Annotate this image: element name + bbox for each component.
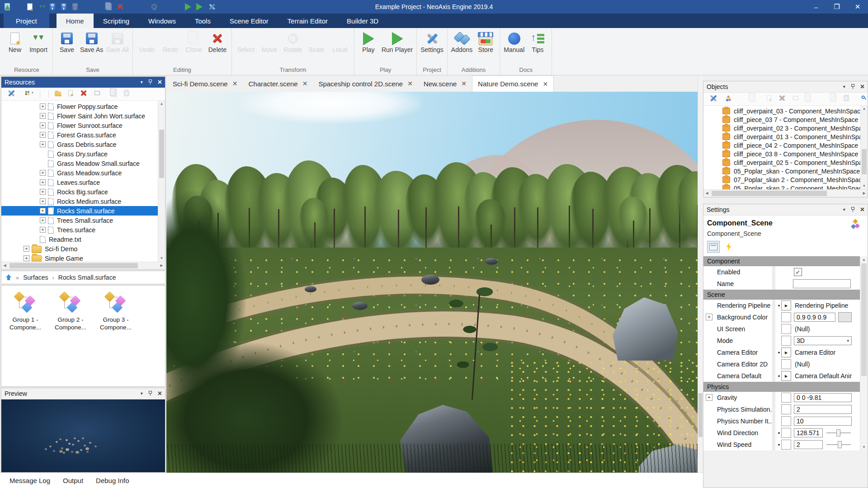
bottom-tab-message-log[interactable]: Message Log (4, 474, 56, 487)
scene-viewport[interactable] (166, 92, 698, 473)
tree-expander-icon[interactable]: + (40, 217, 46, 223)
tree-item[interactable]: +Grass Debris.surface (1, 140, 158, 149)
tree-expander-icon[interactable]: + (40, 189, 46, 195)
rename-button[interactable] (93, 90, 101, 98)
group-item-2[interactable]: Group 2 -Compone... (49, 291, 92, 332)
document-tab-spaceship-control-2d-scene[interactable]: Spaceship control 2D.scene✕ (313, 75, 418, 92)
tree-expander-icon[interactable]: + (40, 198, 46, 204)
breadcrumb-item-surfaces[interactable]: Surfaces (23, 274, 48, 281)
tree-expander-icon[interactable]: + (40, 132, 46, 138)
play-button[interactable] (184, 2, 193, 12)
expand-reference-button[interactable]: ▶ (781, 300, 791, 310)
addons-button[interactable]: Addons (450, 29, 474, 54)
tips-button[interactable]: Tips (526, 29, 549, 54)
pin-icon[interactable] (148, 80, 152, 85)
number-input[interactable] (794, 417, 852, 426)
scroll-down-icon[interactable]: ▼ (861, 183, 868, 189)
select-button[interactable] (127, 2, 136, 12)
scroll-left-icon[interactable]: ◀ (703, 190, 710, 197)
scroll-up-icon[interactable]: ▲ (158, 101, 165, 107)
scroll-right-icon[interactable]: ▶ (158, 262, 165, 269)
scrollbar-thumb[interactable] (698, 393, 703, 437)
document-tab-sci-fi-demo-scene[interactable]: Sci-fi Demo.scene✕ (167, 75, 243, 92)
app-logo-button[interactable] (3, 2, 12, 12)
pin-icon[interactable] (851, 84, 855, 89)
preview-panel-header[interactable]: Preview ▾ × (1, 388, 165, 399)
tree-expander-icon[interactable]: + (40, 170, 46, 176)
bottom-tab-debug-info[interactable]: Debug Info (90, 474, 135, 487)
tree-item[interactable]: +Grass Meadow Small.surface (1, 159, 158, 168)
search-button[interactable] (859, 93, 868, 105)
object-list-item[interactable]: 05_Poplar_skan - Component_MeshInSpace (703, 167, 860, 175)
scroll-down-icon[interactable]: ▼ (860, 444, 868, 450)
reference-box[interactable] (781, 359, 791, 369)
tree-expander-icon[interactable]: + (40, 227, 46, 233)
tab-tools[interactable]: Tools (185, 14, 220, 28)
tab-scene-editor[interactable]: Scene Editor (220, 14, 278, 28)
rotate-button[interactable] (150, 2, 159, 12)
tree-item[interactable]: +Flower Saint John Wort.surface (1, 111, 158, 121)
close-icon[interactable]: × (860, 206, 864, 213)
number-input[interactable] (794, 405, 852, 414)
tree-item[interactable]: +Rocks Big.surface (1, 187, 158, 197)
tab-close-icon[interactable]: ✕ (542, 80, 548, 88)
page-star-button[interactable] (67, 89, 74, 99)
tree-vertical-scrollbar[interactable]: ▲ ▼ (158, 101, 165, 262)
save-as-button[interactable] (59, 2, 68, 12)
tree-item[interactable]: +Leaves.surface (1, 178, 158, 187)
tree-expander-icon[interactable]: + (40, 103, 46, 109)
panel-menu-icon[interactable]: ▾ (843, 84, 845, 89)
tree-item[interactable]: +Forest Grass.surface (1, 130, 158, 140)
slider-thumb[interactable] (838, 441, 842, 448)
manual-button[interactable]: Manual (502, 29, 526, 54)
object-list-item[interactable]: cliff_piece_03 7 - Component_MeshInSpace (703, 115, 860, 124)
group-item-1[interactable]: Group 1 -Compone... (4, 291, 47, 332)
more-button[interactable] (217, 2, 226, 12)
color-swatch[interactable] (838, 312, 852, 322)
local-button[interactable] (172, 2, 181, 12)
reference-box[interactable] (781, 393, 791, 403)
minimize-button[interactable]: – (806, 0, 826, 14)
tools-button[interactable] (707, 91, 720, 107)
import-button[interactable]: Import (27, 29, 50, 54)
tree-item[interactable]: +Trees.surface (1, 225, 158, 235)
checkbox[interactable]: ✓ (794, 268, 802, 276)
expander-icon[interactable]: + (706, 394, 712, 401)
properties-tab[interactable] (707, 241, 720, 253)
scroll-left-icon[interactable]: ◀ (1, 262, 8, 269)
preview-3d-view[interactable] (1, 399, 165, 472)
panel-menu-icon[interactable]: ▾ (141, 391, 143, 396)
scroll-up-icon[interactable]: ▲ (861, 106, 868, 112)
tree-expander-icon[interactable]: + (40, 141, 46, 147)
close-button[interactable]: ✕ (847, 0, 868, 14)
panel-menu-icon[interactable]: ▾ (843, 207, 845, 212)
delete-button[interactable]: Delete (206, 29, 229, 54)
tab-close-icon[interactable]: ✕ (232, 80, 238, 87)
run-player-button[interactable]: Run Player (380, 29, 414, 54)
close-icon[interactable]: × (860, 84, 864, 90)
objects-panel-header[interactable]: Objects ▾ × (703, 81, 868, 93)
tab-close-icon[interactable]: ✕ (407, 80, 413, 87)
expand-reference-button[interactable]: ▶ (781, 371, 791, 381)
pin-icon[interactable] (851, 207, 855, 212)
scrollbar-thumb[interactable] (862, 149, 867, 174)
save-button[interactable]: Save (55, 29, 79, 54)
property-grid-scrollbar[interactable]: ▲ ▼ (860, 256, 868, 450)
document-tab-nature-demo-scene[interactable]: Nature Demo.scene✕ (472, 75, 554, 92)
scrollbar-thumb[interactable] (9, 263, 138, 268)
tab-close-icon[interactable]: ✕ (461, 80, 467, 87)
reference-box[interactable] (781, 336, 791, 346)
expander-icon[interactable]: + (706, 314, 712, 320)
scroll-right-icon[interactable]: ▶ (861, 190, 868, 197)
clone-button[interactable] (104, 2, 113, 12)
tree-item[interactable]: +Flower Sunroot.surface (1, 121, 158, 130)
object-list-item[interactable]: cliff_overpaint_02 5 - Component_MeshInS… (703, 158, 860, 167)
tab-home[interactable]: Home (57, 14, 94, 28)
objects-horizontal-scrollbar[interactable]: ◀ ▶ (703, 189, 868, 197)
object-list-item[interactable]: cliff_overpaint_03 - Component_MeshInSpa… (703, 107, 860, 115)
new-button[interactable]: New (3, 29, 27, 54)
up-level-icon[interactable] (5, 274, 12, 281)
tree-expander-icon[interactable]: + (40, 122, 46, 128)
number-input[interactable] (794, 393, 852, 402)
pin-icon[interactable] (148, 391, 152, 396)
